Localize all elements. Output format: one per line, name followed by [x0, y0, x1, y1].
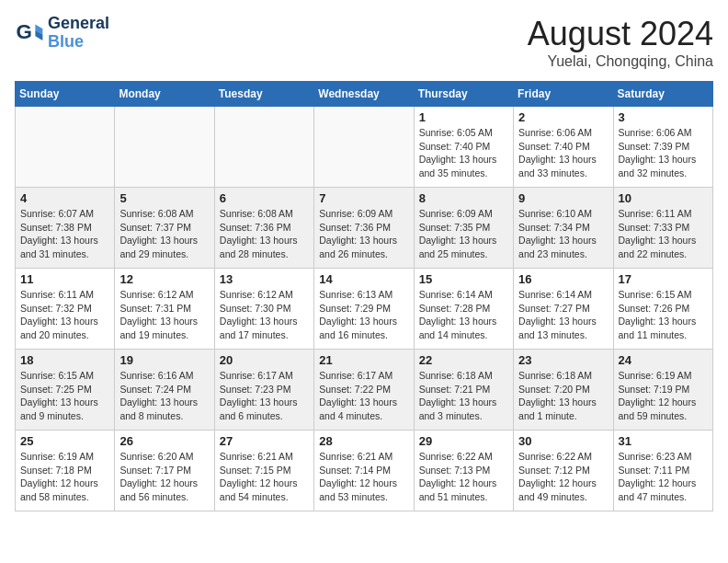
calendar-cell: 16Sunrise: 6:14 AM Sunset: 7:27 PM Dayli…	[514, 269, 613, 350]
day-number: 16	[518, 272, 608, 286]
calendar-cell: 5Sunrise: 6:08 AM Sunset: 7:37 PM Daylig…	[115, 188, 214, 269]
calendar-cell: 10Sunrise: 6:11 AM Sunset: 7:33 PM Dayli…	[613, 188, 712, 269]
calendar-cell: 27Sunrise: 6:21 AM Sunset: 7:15 PM Dayli…	[214, 431, 313, 511]
day-info: Sunrise: 6:12 AM Sunset: 7:31 PM Dayligh…	[119, 288, 209, 342]
day-info: Sunrise: 6:10 AM Sunset: 7:34 PM Dayligh…	[518, 207, 608, 261]
day-info: Sunrise: 6:23 AM Sunset: 7:11 PM Dayligh…	[619, 450, 708, 504]
calendar-cell	[115, 107, 214, 188]
weekday-label: Friday	[514, 82, 613, 107]
calendar-cell: 26Sunrise: 6:20 AM Sunset: 7:17 PM Dayli…	[115, 431, 214, 511]
day-info: Sunrise: 6:14 AM Sunset: 7:28 PM Dayligh…	[419, 288, 508, 342]
day-number: 30	[518, 434, 608, 448]
calendar-week-row: 4Sunrise: 6:07 AM Sunset: 7:38 PM Daylig…	[16, 188, 713, 269]
calendar-cell	[314, 107, 414, 188]
weekday-header-row: SundayMondayTuesdayWednesdayThursdayFrid…	[16, 82, 713, 107]
day-info: Sunrise: 6:19 AM Sunset: 7:19 PM Dayligh…	[619, 369, 708, 423]
day-number: 17	[619, 272, 708, 286]
calendar-cell: 12Sunrise: 6:12 AM Sunset: 7:31 PM Dayli…	[115, 269, 214, 350]
day-info: Sunrise: 6:11 AM Sunset: 7:33 PM Dayligh…	[619, 207, 708, 261]
day-info: Sunrise: 6:21 AM Sunset: 7:14 PM Dayligh…	[319, 450, 408, 504]
day-number: 22	[419, 353, 508, 367]
day-info: Sunrise: 6:13 AM Sunset: 7:29 PM Dayligh…	[319, 288, 408, 342]
day-info: Sunrise: 6:19 AM Sunset: 7:18 PM Dayligh…	[20, 450, 109, 504]
calendar-cell: 3Sunrise: 6:06 AM Sunset: 7:39 PM Daylig…	[613, 107, 712, 188]
day-number: 23	[518, 353, 608, 367]
calendar-cell: 28Sunrise: 6:21 AM Sunset: 7:14 PM Dayli…	[314, 431, 414, 511]
calendar-cell: 19Sunrise: 6:16 AM Sunset: 7:24 PM Dayli…	[115, 350, 214, 431]
calendar-body: 1Sunrise: 6:05 AM Sunset: 7:40 PM Daylig…	[16, 107, 713, 511]
day-info: Sunrise: 6:14 AM Sunset: 7:27 PM Dayligh…	[518, 288, 608, 342]
calendar-cell: 17Sunrise: 6:15 AM Sunset: 7:26 PM Dayli…	[613, 269, 712, 350]
calendar-cell: 18Sunrise: 6:15 AM Sunset: 7:25 PM Dayli…	[16, 350, 115, 431]
day-number: 24	[619, 353, 708, 367]
calendar-cell: 11Sunrise: 6:11 AM Sunset: 7:32 PM Dayli…	[16, 269, 115, 350]
calendar-week-row: 18Sunrise: 6:15 AM Sunset: 7:25 PM Dayli…	[16, 350, 713, 431]
calendar-week-row: 1Sunrise: 6:05 AM Sunset: 7:40 PM Daylig…	[16, 107, 713, 188]
svg-text:G: G	[17, 20, 32, 43]
day-number: 25	[20, 434, 109, 448]
day-number: 9	[518, 191, 608, 205]
weekday-label: Saturday	[613, 82, 712, 107]
day-number: 8	[419, 191, 508, 205]
calendar-cell: 21Sunrise: 6:17 AM Sunset: 7:22 PM Dayli…	[314, 350, 414, 431]
day-info: Sunrise: 6:06 AM Sunset: 7:39 PM Dayligh…	[619, 126, 708, 180]
day-number: 12	[119, 272, 209, 286]
location: Yuelai, Chongqing, China	[528, 53, 713, 70]
day-info: Sunrise: 6:18 AM Sunset: 7:20 PM Dayligh…	[518, 369, 608, 423]
day-info: Sunrise: 6:05 AM Sunset: 7:40 PM Dayligh…	[419, 126, 508, 180]
calendar-cell: 23Sunrise: 6:18 AM Sunset: 7:20 PM Dayli…	[514, 350, 613, 431]
day-number: 31	[619, 434, 708, 448]
calendar-cell: 9Sunrise: 6:10 AM Sunset: 7:34 PM Daylig…	[514, 188, 613, 269]
day-number: 14	[319, 272, 408, 286]
calendar-cell: 25Sunrise: 6:19 AM Sunset: 7:18 PM Dayli…	[16, 431, 115, 511]
day-info: Sunrise: 6:15 AM Sunset: 7:25 PM Dayligh…	[20, 369, 109, 423]
day-info: Sunrise: 6:08 AM Sunset: 7:36 PM Dayligh…	[220, 207, 309, 261]
logo: G General Blue	[15, 15, 109, 52]
calendar-cell: 8Sunrise: 6:09 AM Sunset: 7:35 PM Daylig…	[414, 188, 513, 269]
day-info: Sunrise: 6:12 AM Sunset: 7:30 PM Dayligh…	[220, 288, 309, 342]
day-info: Sunrise: 6:07 AM Sunset: 7:38 PM Dayligh…	[20, 207, 109, 261]
calendar-cell: 20Sunrise: 6:17 AM Sunset: 7:23 PM Dayli…	[214, 350, 313, 431]
calendar-cell	[214, 107, 313, 188]
day-info: Sunrise: 6:11 AM Sunset: 7:32 PM Dayligh…	[20, 288, 109, 342]
day-info: Sunrise: 6:06 AM Sunset: 7:40 PM Dayligh…	[518, 126, 608, 180]
day-number: 20	[220, 353, 309, 367]
weekday-label: Monday	[115, 82, 214, 107]
calendar-cell	[16, 107, 115, 188]
day-number: 3	[619, 110, 708, 124]
calendar-cell: 15Sunrise: 6:14 AM Sunset: 7:28 PM Dayli…	[414, 269, 513, 350]
day-number: 26	[119, 434, 209, 448]
day-info: Sunrise: 6:22 AM Sunset: 7:12 PM Dayligh…	[518, 450, 608, 504]
weekday-label: Wednesday	[314, 82, 414, 107]
page-header: G General Blue August 2024 Yuelai, Chong…	[15, 15, 713, 70]
calendar-cell: 14Sunrise: 6:13 AM Sunset: 7:29 PM Dayli…	[314, 269, 414, 350]
day-number: 7	[319, 191, 408, 205]
day-number: 4	[20, 191, 109, 205]
weekday-label: Sunday	[16, 82, 115, 107]
day-info: Sunrise: 6:16 AM Sunset: 7:24 PM Dayligh…	[119, 369, 209, 423]
logo-text: General Blue	[48, 15, 109, 52]
logo-icon: G	[15, 18, 44, 48]
calendar-cell: 29Sunrise: 6:22 AM Sunset: 7:13 PM Dayli…	[414, 431, 513, 511]
day-info: Sunrise: 6:18 AM Sunset: 7:21 PM Dayligh…	[419, 369, 508, 423]
month-year: August 2024	[528, 15, 713, 53]
day-info: Sunrise: 6:20 AM Sunset: 7:17 PM Dayligh…	[119, 450, 209, 504]
calendar-cell: 4Sunrise: 6:07 AM Sunset: 7:38 PM Daylig…	[16, 188, 115, 269]
title-block: August 2024 Yuelai, Chongqing, China	[528, 15, 713, 70]
day-number: 13	[220, 272, 309, 286]
day-number: 1	[419, 110, 508, 124]
day-number: 15	[419, 272, 508, 286]
day-info: Sunrise: 6:09 AM Sunset: 7:35 PM Dayligh…	[419, 207, 508, 261]
day-number: 27	[220, 434, 309, 448]
calendar-week-row: 25Sunrise: 6:19 AM Sunset: 7:18 PM Dayli…	[16, 431, 713, 511]
calendar-cell: 31Sunrise: 6:23 AM Sunset: 7:11 PM Dayli…	[613, 431, 712, 511]
day-number: 28	[319, 434, 408, 448]
day-number: 29	[419, 434, 508, 448]
day-number: 5	[119, 191, 209, 205]
day-info: Sunrise: 6:09 AM Sunset: 7:36 PM Dayligh…	[319, 207, 408, 261]
weekday-label: Thursday	[414, 82, 513, 107]
day-number: 21	[319, 353, 408, 367]
day-number: 18	[20, 353, 109, 367]
day-info: Sunrise: 6:17 AM Sunset: 7:23 PM Dayligh…	[220, 369, 309, 423]
calendar-cell: 1Sunrise: 6:05 AM Sunset: 7:40 PM Daylig…	[414, 107, 513, 188]
